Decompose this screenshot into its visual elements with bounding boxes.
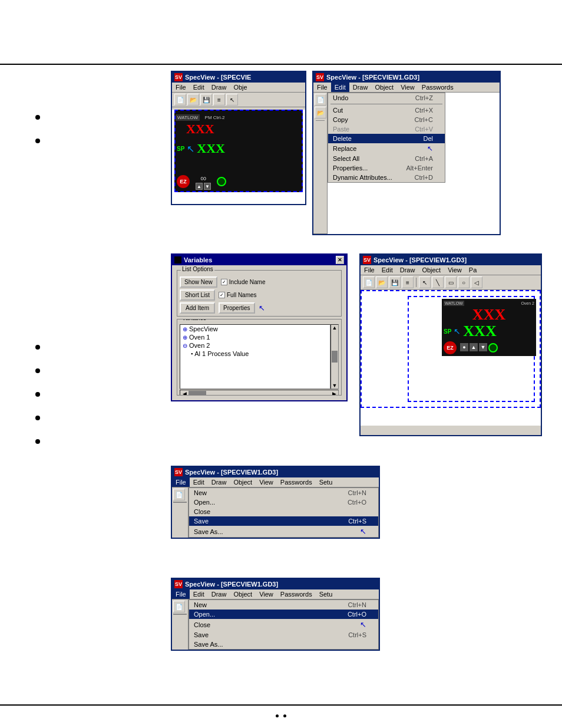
fsm-setu[interactable]: Setu <box>316 477 336 487</box>
menu3-draw[interactable]: Draw <box>396 265 419 275</box>
menu-undo[interactable]: Undo Ctrl+Z <box>328 93 445 103</box>
fom-object[interactable]: Object <box>230 589 256 599</box>
fsm-passwords[interactable]: Passwords <box>277 477 316 487</box>
ez-button-1[interactable]: EZ <box>177 175 190 188</box>
tb3-new[interactable]: 📄 <box>363 276 375 288</box>
fst-new[interactable]: 📄 <box>173 489 185 500</box>
menu-dynamic-attrs[interactable]: Dynamic Attributes... Ctrl+D <box>328 173 445 182</box>
menu-paste[interactable]: Paste Ctrl+V <box>328 124 445 134</box>
menu3-file[interactable]: File <box>361 265 378 275</box>
menu2-passwords[interactable]: Passwords <box>418 83 457 92</box>
up-btn3[interactable]: ▲ <box>470 343 478 351</box>
tb3-s[interactable]: ≡ <box>402 276 414 288</box>
variables-tree[interactable]: ⊕ SpecView ⊕ Oven 1 ⊖ Oven 2 ▪ Al 1 Proc… <box>180 324 330 389</box>
down-btn3[interactable]: ▼ <box>479 343 487 351</box>
add-item-btn[interactable]: Add Item <box>180 302 215 314</box>
scroll-left[interactable]: ◀ <box>180 391 189 396</box>
menu3-object[interactable]: Object <box>418 265 444 275</box>
menu-cut[interactable]: Cut Ctrl+X <box>328 106 445 115</box>
specview2-titlebar: SV SpecView - [SPECVIEW1.GD3] <box>313 72 500 83</box>
short-list-btn[interactable]: Short List <box>180 289 215 301</box>
variables-close-btn[interactable]: ✕ <box>336 256 344 264</box>
tb3-circle[interactable]: ○ <box>458 276 470 288</box>
tb2-open[interactable]: 📂 <box>315 107 326 118</box>
scroll-down[interactable]: ▼ <box>331 383 338 388</box>
fo-open[interactable]: Open... Ctrl+O <box>189 610 378 619</box>
fom-setu[interactable]: Setu <box>316 589 336 599</box>
menu-copy[interactable]: Copy Ctrl+C <box>328 115 445 124</box>
down-btn[interactable]: ▼ <box>204 183 211 190</box>
tb3-cursor[interactable]: ↖ <box>419 276 431 288</box>
properties-btn[interactable]: Properties <box>219 302 255 314</box>
tb3-rect[interactable]: ▭ <box>445 276 457 288</box>
menu3-edit[interactable]: Edit <box>378 265 396 275</box>
variables-title: Variables <box>184 256 212 263</box>
menu3-view[interactable]: View <box>444 265 465 275</box>
file-open[interactable]: Open... Ctrl+O <box>189 498 378 507</box>
menu-file[interactable]: File <box>172 83 190 92</box>
fsm-object[interactable]: Object <box>230 477 256 487</box>
fo-new[interactable]: New Ctrl+N <box>189 600 378 610</box>
fom-draw[interactable]: Draw <box>208 589 230 599</box>
full-names-checkbox[interactable]: ✓ <box>219 292 225 298</box>
menu2-object[interactable]: Object <box>371 83 397 92</box>
menu3-pa[interactable]: Pa <box>465 265 480 275</box>
menu-object[interactable]: Obje <box>230 83 250 92</box>
tb3-line[interactable]: ╲ <box>432 276 444 288</box>
fom-edit[interactable]: Edit <box>190 589 208 599</box>
show-new-btn[interactable]: Show New <box>180 276 217 288</box>
variables-list-group: Variables ⊕ SpecView ⊕ Oven 1 ⊖ Oven 2 <box>177 319 342 396</box>
tb3-more[interactable]: ◁ <box>471 276 482 288</box>
menu2-edit[interactable]: Edit <box>331 83 349 92</box>
ez-button-3[interactable]: EZ <box>444 341 457 354</box>
menu2-view[interactable]: View <box>397 83 418 92</box>
toolbar-save[interactable]: 💾 <box>200 94 212 106</box>
tree-scrollbar[interactable]: ▲ ▼ <box>330 324 339 389</box>
specview2-menubar[interactable]: File Edit Draw Object View Passwords <box>313 83 500 93</box>
h-scrollbar[interactable]: ◀ ▶ <box>180 390 339 396</box>
menu-draw[interactable]: Draw <box>208 83 230 92</box>
fsm-draw[interactable]: Draw <box>208 477 230 487</box>
menu-delete[interactable]: Delete Del <box>328 134 445 143</box>
file-new[interactable]: New Ctrl+N <box>189 488 378 498</box>
fom-file[interactable]: File <box>172 589 190 599</box>
file-save-as[interactable]: Save As... ↖ <box>189 526 378 537</box>
fsm-edit[interactable]: Edit <box>190 477 208 487</box>
fom-passwords[interactable]: Passwords <box>277 589 316 599</box>
toolbar-settings[interactable]: ≡ <box>213 94 225 106</box>
toolbar-new[interactable]: 📄 <box>174 94 186 106</box>
toolbar-cursor[interactable]: ↖ <box>226 94 238 106</box>
tb3-save[interactable]: 💾 <box>389 276 401 288</box>
scroll-right[interactable]: ▶ <box>330 391 338 396</box>
include-name-checkbox[interactable]: ✓ <box>221 279 227 285</box>
circle-btn1[interactable]: ● <box>460 343 468 351</box>
fo-save-as[interactable]: Save As... <box>189 640 378 649</box>
specview1-menubar[interactable]: File Edit Draw Obje <box>172 83 305 93</box>
filesave-menubar[interactable]: File Edit Draw Object View Passwords Set… <box>172 477 379 487</box>
up-btn[interactable]: ▲ <box>196 183 203 190</box>
full-names-cb-row: ✓ Full Names <box>219 292 257 298</box>
scroll-thumb[interactable] <box>332 351 338 363</box>
file-save[interactable]: Save Ctrl+S <box>189 516 378 526</box>
menu2-file[interactable]: File <box>313 83 331 92</box>
tb2-new[interactable]: 📄 <box>315 94 326 106</box>
specview3-menubar[interactable]: File Edit Draw Object View Pa <box>361 265 541 275</box>
filesave-body: 📄 New Ctrl+N Open... Ctrl+O Close Save C… <box>172 487 379 538</box>
fo-close[interactable]: Close ↖ <box>189 619 378 630</box>
menu-properties[interactable]: Properties... Alt+Enter <box>328 163 445 173</box>
fileopen-menubar[interactable]: File Edit Draw Object View Passwords Set… <box>172 589 379 599</box>
fot-new[interactable]: 📄 <box>173 601 185 612</box>
menu2-draw[interactable]: Draw <box>349 83 372 92</box>
menu-replace[interactable]: Replace ↖ <box>328 143 445 154</box>
menu-select-all[interactable]: Select All Ctrl+A <box>328 154 445 163</box>
toolbar-open[interactable]: 📂 <box>187 94 199 106</box>
fo-save[interactable]: Save Ctrl+S <box>189 630 378 640</box>
h-scroll-thumb[interactable] <box>189 391 206 396</box>
scroll-up[interactable]: ▲ <box>331 325 338 331</box>
fom-view[interactable]: View <box>256 589 277 599</box>
tb3-open[interactable]: 📂 <box>376 276 388 288</box>
menu-edit[interactable]: Edit <box>190 83 208 92</box>
file-close[interactable]: Close <box>189 507 378 516</box>
fsm-view[interactable]: View <box>256 477 277 487</box>
fsm-file[interactable]: File <box>172 477 190 487</box>
